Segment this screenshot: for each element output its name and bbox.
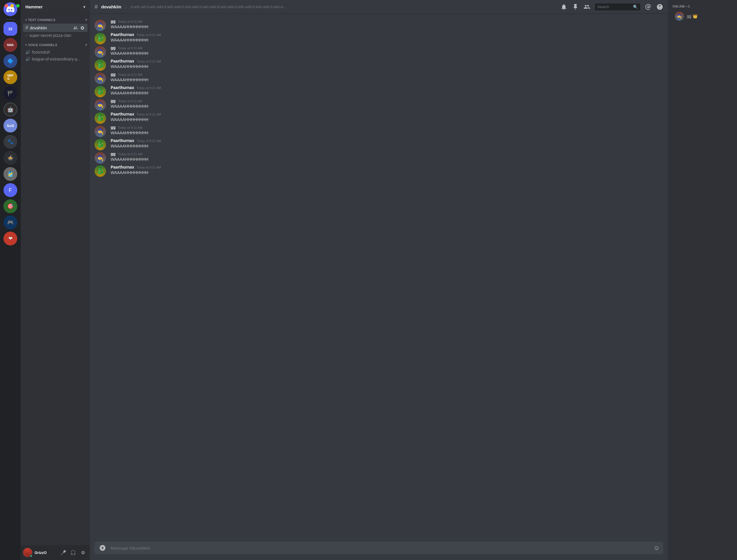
server-icon-5[interactable]: 🏴 [3,86,17,100]
hash-icon-pizza: # [25,33,28,38]
message-group-4: 🐉 Paarthurnax Today at 9:21 AM WAAAAHHHH… [90,58,668,71]
member-badge-gg: 👑 [693,14,698,18]
notifications-icon[interactable] [560,3,567,10]
server-icon-1[interactable]: 32 [3,22,17,36]
member-avatar-gg: 🧙 [675,12,684,21]
member-item-gg[interactable]: 🧙 gg👑 [670,10,735,22]
message-text-11: WAAAAHHHHHHHH [111,157,663,162]
voice-channels-section[interactable]: ▾ VOICE CHANNELS + [21,41,90,49]
voice-channels-label: VOICE CHANNELS [28,43,57,47]
search-input[interactable] [597,5,632,9]
message-username-6[interactable]: Paarthurnax [111,85,134,90]
channel-item-league[interactable]: 🔊 league-of-extraordinary-p... [23,56,88,63]
avatar-gg-1: 🧙 [95,20,106,31]
channel-header-topic: ;d;adn;ad;d;adn;add;d;adn;add;d;adn;add;… [126,5,557,9]
avatar-paarthurnax-12: 🐉 [95,165,106,177]
message-text-1: WAAAAHHHHHHHH [111,24,663,30]
speaker-icon: 🔊 [25,50,30,54]
help-icon[interactable] [656,3,663,10]
settings-button[interactable]: ⚙ [78,548,88,557]
server-icon-7[interactable]: SoS [3,119,17,133]
close-button[interactable] [5,4,8,7]
message-username-5[interactable]: gg [111,72,116,77]
server-icon-12[interactable]: 🎯 [3,199,17,213]
message-username-4[interactable]: Paarthurnax [111,59,134,63]
message-group-10: 🐉 Paarthurnax Today at 9:21 AM WAAAAHHHH… [90,138,668,151]
server-icon-4[interactable]: NRPG [3,70,17,84]
message-timestamp-12: Today at 9:21 AM [137,166,161,169]
avatar-gg-7: 🧙 [95,99,106,111]
message-timestamp-10: Today at 9:21 AM [137,139,161,143]
server-icon-14[interactable]: ❤ [3,232,17,245]
message-content-12: Paarthurnax Today at 9:21 AM WAAAAHHHHHH… [111,165,663,177]
settings-icon[interactable] [80,25,85,31]
message-username-2[interactable]: Paarthurnax [111,32,134,37]
message-group-7: 🧙 gg Today at 9:21 AM WAAAAHHHHHHHH [90,98,668,111]
emoji-button[interactable]: ☺ [653,544,660,552]
chevron-down-icon: ▾ [83,5,85,9]
search-bar[interactable]: 🔍 [595,3,640,10]
server-icon-3[interactable]: 🔷 [3,54,17,68]
message-timestamp-4: Today at 9:21 AM [137,60,161,63]
add-channel-icon[interactable]: + [85,17,88,22]
avatar-gg-11: 🧙 [95,152,106,164]
server-icon-10[interactable]: 🎽 [3,167,17,181]
server-icon-9[interactable]: 🍲 [3,151,17,165]
message-username-12[interactable]: Paarthurnax [111,165,134,169]
pin-icon[interactable] [572,3,579,10]
channel-item-dovahkiin[interactable]: # dovahkiin [23,24,88,32]
avatar-gg-3: 🧙 [95,46,106,58]
user-panel: GrizzO 🎤 🎧 ⚙ [21,545,90,560]
message-text-5: WAAAAHHHHHHHH [111,77,663,83]
message-group-8: 🐉 Paarthurnax Today at 9:21 AM WAAAAHHHH… [90,111,668,124]
invite-icon[interactable] [73,25,78,31]
message-input-wrapper: ☺ [95,542,663,554]
server-icon-11[interactable]: F [3,183,17,197]
channel-name-pizza: super-secret-pizza-clan [29,33,85,38]
server-icon-13[interactable]: 🎮 [3,215,17,229]
members-icon[interactable] [583,3,590,10]
member-name-gg: gg👑 [687,14,698,18]
user-avatar[interactable] [23,548,32,557]
maximize-button[interactable] [16,4,20,7]
mic-button[interactable]: 🎤 [59,548,68,557]
message-content-7: gg Today at 9:21 AM WAAAAHHHHHHHH [111,99,663,111]
message-username-8[interactable]: Paarthurnax [111,112,134,116]
message-text-3: WAAAAHHHHHHHH [111,51,663,56]
server-icon-8[interactable]: 🐾 [3,135,17,149]
server-list: 32 NWA 🔷 NRPG 🏴 🤖 SoS 🐾 🍲 🎽 F 🎯 🎮 ❤ [0,0,21,560]
message-timestamp-5: Today at 9:21 AM [118,73,142,76]
message-username-7[interactable]: gg [111,99,116,103]
message-username-10[interactable]: Paarthurnax [111,138,134,143]
message-text-10: WAAAAHHHHHHHH [111,143,663,149]
message-timestamp-8: Today at 9:21 AM [137,113,161,116]
at-icon[interactable] [645,3,652,10]
message-content-8: Paarthurnax Today at 9:21 AM WAAAAHHHHHH… [111,112,663,124]
message-username-3[interactable]: gg [111,46,116,50]
members-sidebar: ONLINE—1 🧙 gg👑 [668,0,737,560]
message-content-1: gg Today at 9:21 AM WAAAAHHHHHHHH [111,19,663,31]
message-username-1[interactable]: gg [111,19,116,24]
add-voice-channel-icon[interactable]: + [85,42,88,48]
message-timestamp-9: Today at 9:21 AM [118,126,142,129]
speaker-icon-league: 🔊 [25,57,30,61]
message-content-11: gg Today at 9:21 AM WAAAAHHHHHHHH [111,152,663,164]
message-username-9[interactable]: gg [111,125,116,130]
search-icon: 🔍 [633,5,638,9]
message-content-4: Paarthurnax Today at 9:21 AM WAAAAHHHHHH… [111,59,663,71]
server-header[interactable]: Hammer ▾ [21,0,90,14]
message-timestamp-6: Today at 9:21 AM [137,86,161,90]
server-icon-6[interactable]: 🤖 [3,103,17,116]
minimize-button[interactable] [10,4,14,7]
message-input[interactable] [111,542,650,554]
server-icon-2[interactable]: NWA [3,38,17,52]
headset-button[interactable]: 🎧 [69,548,78,557]
channel-item-foosroduh[interactable]: 🔊 foosroduh [23,49,88,56]
text-channels-section[interactable]: ▾ TEXT CHANNELS + [21,16,90,24]
channel-item-pizza[interactable]: # super-secret-pizza-clan [23,32,88,39]
message-input-area: ☺ [90,542,668,560]
message-group-5: 🧙 gg Today at 9:21 AM WAAAAHHHHHHHH [90,71,668,85]
message-username-11[interactable]: gg [111,152,116,156]
add-attachment-button[interactable] [98,542,107,554]
message-timestamp-3: Today at 9:21 AM [118,46,142,50]
